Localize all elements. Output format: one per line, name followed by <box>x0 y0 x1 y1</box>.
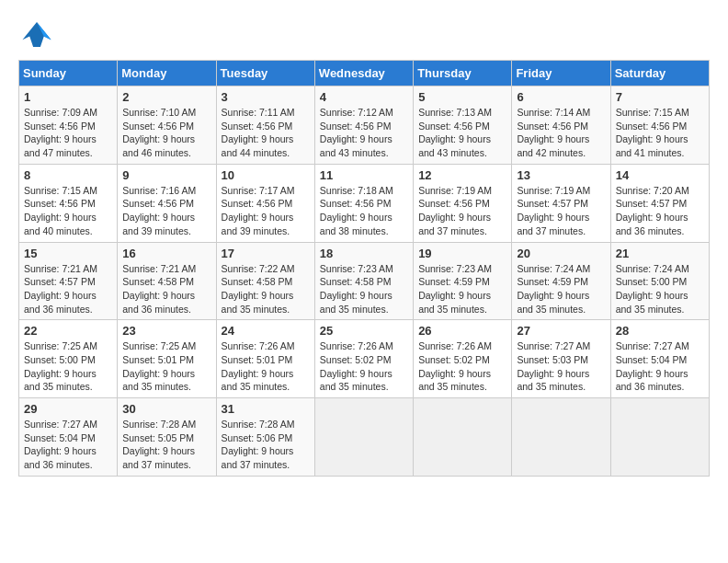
day-info: Sunrise: 7:25 AMSunset: 5:00 PMDaylight:… <box>24 339 112 394</box>
day-info: Sunrise: 7:24 AMSunset: 4:59 PMDaylight:… <box>517 262 605 316</box>
calendar-cell: 28Sunrise: 7:27 AMSunset: 5:04 PMDayligh… <box>610 320 709 398</box>
calendar-cell: 3Sunrise: 7:11 AMSunset: 4:56 PMDaylight… <box>216 86 314 165</box>
day-info: Sunrise: 7:19 AMSunset: 4:56 PMDaylight:… <box>418 184 506 238</box>
calendar-cell: 22Sunrise: 7:25 AMSunset: 5:00 PMDayligh… <box>19 320 118 398</box>
day-info: Sunrise: 7:12 AMSunset: 4:56 PMDaylight:… <box>320 106 408 160</box>
day-number: 28 <box>616 324 704 338</box>
calendar-cell: 7Sunrise: 7:15 AMSunset: 4:56 PMDaylight… <box>610 86 709 165</box>
calendar-cell: 13Sunrise: 7:19 AMSunset: 4:57 PMDayligh… <box>512 164 610 242</box>
day-info: Sunrise: 7:23 AMSunset: 4:58 PMDaylight:… <box>320 262 408 316</box>
day-number: 18 <box>320 247 408 260</box>
day-number: 11 <box>320 168 408 182</box>
day-info: Sunrise: 7:18 AMSunset: 4:56 PMDaylight:… <box>320 184 408 238</box>
day-header-saturday: Saturday <box>610 61 709 86</box>
day-info: Sunrise: 7:21 AMSunset: 4:57 PMDaylight:… <box>24 262 112 316</box>
day-info: Sunrise: 7:19 AMSunset: 4:57 PMDaylight:… <box>517 184 605 238</box>
day-number: 27 <box>517 324 605 338</box>
calendar-week-3: 15Sunrise: 7:21 AMSunset: 4:57 PMDayligh… <box>19 242 710 320</box>
calendar-cell: 8Sunrise: 7:15 AMSunset: 4:56 PMDaylight… <box>19 164 118 242</box>
day-info: Sunrise: 7:26 AMSunset: 5:01 PMDaylight:… <box>222 339 310 394</box>
day-info: Sunrise: 7:25 AMSunset: 5:01 PMDaylight:… <box>122 339 210 394</box>
calendar-cell: 10Sunrise: 7:17 AMSunset: 4:56 PMDayligh… <box>216 164 314 242</box>
day-info: Sunrise: 7:28 AMSunset: 5:05 PMDaylight:… <box>122 418 210 472</box>
calendar-cell: 9Sunrise: 7:16 AMSunset: 4:56 PMDaylight… <box>118 164 216 242</box>
day-number: 30 <box>122 402 210 416</box>
day-number: 13 <box>517 168 605 182</box>
calendar-table: SundayMondayTuesdayWednesdayThursdayFrid… <box>18 60 710 477</box>
logo <box>18 18 59 51</box>
day-info: Sunrise: 7:15 AMSunset: 4:56 PMDaylight:… <box>24 184 112 238</box>
day-number: 8 <box>24 168 112 182</box>
day-number: 20 <box>517 247 605 260</box>
day-number: 17 <box>222 247 310 260</box>
calendar-header: SundayMondayTuesdayWednesdayThursdayFrid… <box>19 61 710 86</box>
day-number: 16 <box>122 247 210 260</box>
calendar-cell: 6Sunrise: 7:14 AMSunset: 4:56 PMDaylight… <box>512 86 610 165</box>
day-number: 29 <box>24 402 112 416</box>
calendar-cell <box>610 398 709 477</box>
day-number: 7 <box>616 90 704 104</box>
day-info: Sunrise: 7:26 AMSunset: 5:02 PMDaylight:… <box>418 339 506 394</box>
logo-icon <box>18 18 55 51</box>
calendar-cell: 30Sunrise: 7:28 AMSunset: 5:05 PMDayligh… <box>118 398 216 477</box>
calendar-week-4: 22Sunrise: 7:25 AMSunset: 5:00 PMDayligh… <box>19 320 710 398</box>
day-header-tuesday: Tuesday <box>216 61 314 86</box>
day-info: Sunrise: 7:22 AMSunset: 4:58 PMDaylight:… <box>222 262 310 316</box>
calendar-cell <box>414 398 512 477</box>
calendar-cell: 12Sunrise: 7:19 AMSunset: 4:56 PMDayligh… <box>414 164 512 242</box>
day-info: Sunrise: 7:16 AMSunset: 4:56 PMDaylight:… <box>122 184 210 238</box>
day-info: Sunrise: 7:14 AMSunset: 4:56 PMDaylight:… <box>517 106 605 160</box>
day-number: 12 <box>418 168 506 182</box>
day-info: Sunrise: 7:24 AMSunset: 5:00 PMDaylight:… <box>616 262 704 316</box>
calendar-cell: 15Sunrise: 7:21 AMSunset: 4:57 PMDayligh… <box>19 242 118 320</box>
calendar-cell: 21Sunrise: 7:24 AMSunset: 5:00 PMDayligh… <box>610 242 709 320</box>
day-number: 6 <box>517 90 605 104</box>
day-info: Sunrise: 7:15 AMSunset: 4:56 PMDaylight:… <box>616 106 704 160</box>
day-number: 26 <box>418 324 506 338</box>
calendar-cell: 19Sunrise: 7:23 AMSunset: 4:59 PMDayligh… <box>414 242 512 320</box>
day-number: 2 <box>122 90 210 104</box>
calendar-week-2: 8Sunrise: 7:15 AMSunset: 4:56 PMDaylight… <box>19 164 710 242</box>
calendar-week-1: 1Sunrise: 7:09 AMSunset: 4:56 PMDaylight… <box>19 86 710 165</box>
days-row: SundayMondayTuesdayWednesdayThursdayFrid… <box>19 61 710 86</box>
day-number: 1 <box>24 90 112 104</box>
calendar-cell: 17Sunrise: 7:22 AMSunset: 4:58 PMDayligh… <box>216 242 314 320</box>
day-number: 31 <box>222 402 310 416</box>
calendar-cell: 5Sunrise: 7:13 AMSunset: 4:56 PMDaylight… <box>414 86 512 165</box>
day-info: Sunrise: 7:20 AMSunset: 4:57 PMDaylight:… <box>616 184 704 238</box>
calendar-cell: 24Sunrise: 7:26 AMSunset: 5:01 PMDayligh… <box>216 320 314 398</box>
day-number: 22 <box>24 324 112 338</box>
calendar-cell: 20Sunrise: 7:24 AMSunset: 4:59 PMDayligh… <box>512 242 610 320</box>
calendar-body: 1Sunrise: 7:09 AMSunset: 4:56 PMDaylight… <box>19 86 710 477</box>
calendar-cell: 23Sunrise: 7:25 AMSunset: 5:01 PMDayligh… <box>118 320 216 398</box>
day-number: 4 <box>320 90 408 104</box>
calendar-cell <box>512 398 610 477</box>
calendar-cell: 14Sunrise: 7:20 AMSunset: 4:57 PMDayligh… <box>610 164 709 242</box>
calendar-cell: 26Sunrise: 7:26 AMSunset: 5:02 PMDayligh… <box>414 320 512 398</box>
calendar-cell: 29Sunrise: 7:27 AMSunset: 5:04 PMDayligh… <box>19 398 118 477</box>
day-number: 10 <box>222 168 310 182</box>
day-info: Sunrise: 7:17 AMSunset: 4:56 PMDaylight:… <box>222 184 310 238</box>
day-info: Sunrise: 7:23 AMSunset: 4:59 PMDaylight:… <box>418 262 506 316</box>
calendar-cell: 2Sunrise: 7:10 AMSunset: 4:56 PMDaylight… <box>118 86 216 165</box>
calendar-cell: 27Sunrise: 7:27 AMSunset: 5:03 PMDayligh… <box>512 320 610 398</box>
calendar-cell: 1Sunrise: 7:09 AMSunset: 4:56 PMDaylight… <box>19 86 118 165</box>
day-info: Sunrise: 7:11 AMSunset: 4:56 PMDaylight:… <box>222 106 310 160</box>
calendar-cell: 4Sunrise: 7:12 AMSunset: 4:56 PMDaylight… <box>314 86 413 165</box>
day-header-friday: Friday <box>512 61 610 86</box>
day-number: 15 <box>24 247 112 260</box>
day-header-sunday: Sunday <box>19 61 118 86</box>
calendar-cell: 16Sunrise: 7:21 AMSunset: 4:58 PMDayligh… <box>118 242 216 320</box>
calendar-cell: 11Sunrise: 7:18 AMSunset: 4:56 PMDayligh… <box>314 164 413 242</box>
day-header-wednesday: Wednesday <box>314 61 413 86</box>
day-number: 9 <box>122 168 210 182</box>
day-number: 25 <box>320 324 408 338</box>
page-header <box>18 18 710 51</box>
day-info: Sunrise: 7:27 AMSunset: 5:04 PMDaylight:… <box>616 339 704 394</box>
day-info: Sunrise: 7:27 AMSunset: 5:03 PMDaylight:… <box>517 339 605 394</box>
day-info: Sunrise: 7:21 AMSunset: 4:58 PMDaylight:… <box>122 262 210 316</box>
day-number: 24 <box>222 324 310 338</box>
day-number: 21 <box>616 247 704 260</box>
day-info: Sunrise: 7:27 AMSunset: 5:04 PMDaylight:… <box>24 418 112 472</box>
calendar-cell: 31Sunrise: 7:28 AMSunset: 5:06 PMDayligh… <box>216 398 314 477</box>
